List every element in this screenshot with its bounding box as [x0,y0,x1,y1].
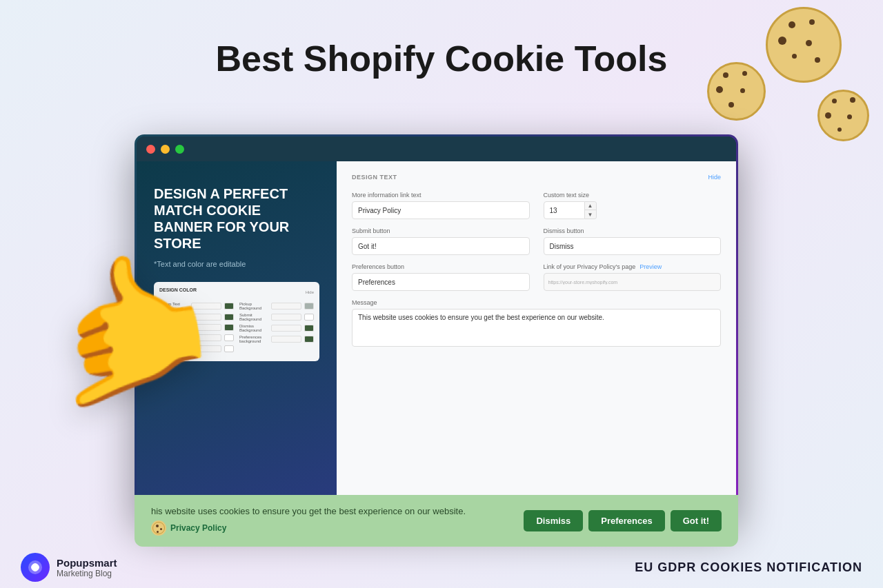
mini-row: Dismiss Background [239,324,314,332]
page-title: Best Shopify Cookie Tools [216,38,668,79]
banner-buttons: Dismiss Preferences Got it! [524,510,722,531]
privacy-policy-label: Link of your Privacy Policy's page [544,263,636,270]
more-info-label: More information link text [352,192,530,199]
text-size-input[interactable]: 13 [544,201,585,219]
cookie-decoration [690,0,883,152]
preferences-button-input[interactable]: Preferences [352,273,530,291]
dismiss-button-field: Dismiss button Dismiss [544,227,722,255]
hide-link[interactable]: Hide [708,174,721,181]
maximize-button[interactable] [175,145,184,154]
preferences-button[interactable]: Preferences [588,510,664,531]
text-size-label: Custom text size [544,192,722,199]
dismiss-button[interactable]: Dismiss [524,510,583,531]
mini-row: Submit Background [239,313,314,321]
brand-logo [21,553,50,582]
text-size-field: Custom text size 13 ▲ ▼ [544,192,722,219]
brand-tagline: Marketing Blog [57,569,117,578]
dismiss-button-input[interactable]: Dismiss [544,237,722,255]
design-text-label: DESIGN TEXT [352,174,397,181]
cookie-banner: his website uses cookies to ensure you g… [135,495,738,547]
preview-link[interactable]: Preview [639,263,662,270]
hand-graphic: 🤙 [0,264,214,554]
message-field: Message This website uses cookies to ens… [352,299,721,347]
minimize-button[interactable] [161,145,170,154]
message-textarea[interactable]: This website uses cookies to ensure you … [352,309,721,347]
decrement-btn[interactable]: ▼ [585,210,596,219]
privacy-policy-url[interactable]: https://your-store.myshopify.com [544,273,722,291]
mini-row: Preferences background [239,335,314,343]
submit-button-label: Submit button [352,227,530,234]
submit-button-input[interactable]: Got it! [352,237,530,255]
brand-name: Popupsmart [57,557,117,569]
cookie-small [817,90,869,141]
right-panel: DESIGN TEXT Hide More information link t… [337,161,736,518]
title-bar [137,136,736,161]
cookie-large [766,7,842,83]
more-info-field: More information link text Privacy Polic… [352,192,530,219]
submit-button-field: Submit button Got it! [352,227,530,255]
privacy-policy-field: Link of your Privacy Policy's page Previ… [544,263,722,291]
preferences-button-field: Preferences button Preferences [352,263,530,291]
got-it-button[interactable]: Got it! [671,510,722,531]
brand-section: Popupsmart Marketing Blog [21,553,117,582]
increment-btn[interactable]: ▲ [585,202,596,210]
more-info-input[interactable]: Privacy Policy [352,201,530,219]
mini-hide-label[interactable]: Hide [306,290,314,294]
mini-row: Pickup Background [239,302,314,310]
dismiss-button-label: Dismiss button [544,227,722,234]
close-button[interactable] [146,145,155,154]
preferences-button-label: Preferences button [352,263,530,270]
browser-window: DESIGN A PERFECT MATCH COOKIE BANNER FOR… [135,134,738,520]
brand-text: Popupsmart Marketing Blog [57,557,117,578]
cookie-medium [707,62,766,121]
eu-gdpr-label: EU GDPR COOKIES NOTIFICATION [635,560,862,575]
message-label: Message [352,299,721,306]
